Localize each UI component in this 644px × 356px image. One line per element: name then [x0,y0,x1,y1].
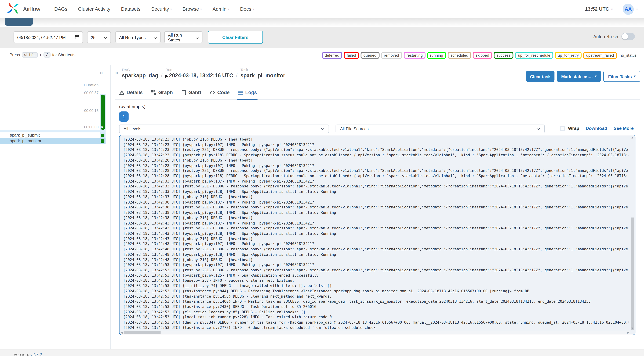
breadcrumb-task[interactable]: Task spark_pi_monitor [240,68,286,79]
avatar[interactable]: AA [623,4,634,15]
scroll-left-icon[interactable]: ◀ [121,331,123,334]
state-badges: deferredfailedqueuedremovedrestartingrun… [322,52,617,59]
file-source-select[interactable]: All File Sources [336,124,544,133]
user-menu[interactable]: AA ▾ [623,4,638,15]
legend-row: Press shift + / for Shortcuts deferredfa… [0,48,644,63]
chevron-down-icon: ▾ [611,7,613,11]
scroll-down-icon[interactable]: ▼ [631,327,634,330]
collapse-sidebar-icon[interactable]: « [100,69,103,76]
filter-tasks-button[interactable]: Filter Tasks▾ [603,71,640,82]
nav-shadow [0,18,644,26]
auto-refresh-toggle[interactable] [622,33,635,40]
page-size-select[interactable]: 25 [87,31,111,43]
expand-panel-icon[interactable]: » [115,69,118,76]
by-attempts-label: (by attempts) [119,104,146,109]
status-badge-removed: removed [381,52,402,59]
log-output-panel[interactable]: [2024-03-18, 13:42:23 UTC] {job.py:216} … [119,135,636,335]
datetime-input[interactable]: 03/18/2024, 01:52:47 PM [14,31,83,43]
horizontal-scrollbar[interactable]: ◀ ▶ [120,331,630,334]
status-badge-failed: failed [344,52,359,59]
gantt-icon [181,90,186,95]
status-badge-restarting: restarting [404,52,426,59]
duration-axis-title: Duration [58,83,98,87]
task-row-spark-pi-submit[interactable]: spark_pi_submit [0,132,106,138]
footer: Version: v2.7.2 [0,349,644,356]
see-more-link[interactable]: See More [614,126,634,131]
clear-task-button[interactable]: Clear task [526,71,554,82]
task-state-square-success[interactable] [100,133,104,137]
status-badge-success: success [494,52,514,59]
chevron-down-icon: ▾ [252,7,254,11]
run-duration-bar[interactable] [101,95,104,130]
no-status-label: no_status [620,53,637,58]
duration-tick: 00:00:18 [58,109,98,113]
log-level-select[interactable]: All Levels [119,124,329,133]
nav-item-dags[interactable]: DAGs [54,6,67,12]
code-icon [210,90,215,95]
chevron-down-icon [151,35,157,40]
wrap-label: Wrap [568,126,579,131]
clock-dropdown[interactable]: 13:52 UTC▾ [585,6,613,12]
nav-right: 13:52 UTC▾ AA ▾ [585,4,638,15]
status-badge-scheduled: scheduled [448,52,471,59]
nav-item-security[interactable]: Security▾ [151,6,172,12]
chevron-down-icon: ▾ [634,75,636,78]
breadcrumb-dag[interactable]: DAG sparkapp_dag [122,68,158,79]
nav-item-datasets[interactable]: Datasets [121,6,140,12]
list-icon [238,90,243,95]
status-badge-running: running [427,52,446,59]
wrap-checkbox[interactable] [560,126,565,131]
tab-graph[interactable]: Graph [150,88,173,99]
tab-code[interactable]: Code [209,88,230,99]
download-link[interactable]: Download [586,126,607,131]
chevron-down-icon [534,127,540,131]
auto-refresh-control: Auto-refresh [593,33,635,40]
status-badge-upstream_failed: upstream_failed [583,52,617,59]
nav-item-admin[interactable]: Admin▾ [212,6,229,12]
shift-key: shift [22,52,38,58]
task-state-square-success[interactable] [100,139,104,143]
breadcrumb-separator: / [236,72,238,79]
airflow-logo-icon [6,1,20,17]
chevron-down-icon: ▾ [228,7,229,11]
run-types-select[interactable]: All Run Types [116,31,161,43]
slash-key: / [43,52,50,58]
chevron-down-icon [318,127,324,131]
top-nav: Airflow DAGs Cluster Activity Datasets S… [0,0,644,18]
warning-triangle-icon [119,90,124,95]
run-play-icon: ▶ [166,74,168,78]
breadcrumb-run[interactable]: Run ▶2024-03-18, 13:42:16 UTC [166,68,233,79]
calendar-icon[interactable] [72,34,79,40]
version-link[interactable]: v2.7.2 [30,352,42,356]
chevron-down-icon: ▾ [595,75,596,78]
clear-filters-button[interactable]: Clear Filters [208,31,263,44]
chevron-down-icon: ▾ [200,7,202,11]
scroll-right-icon[interactable]: ▶ [627,331,629,334]
chevron-down-icon [193,35,199,40]
run-states-select[interactable]: All Run States [164,31,202,43]
vertical-scrollbar-thumb[interactable] [631,218,634,330]
scroll-up-icon[interactable]: ▲ [631,136,634,139]
tab-gantt[interactable]: Gantt [180,88,202,99]
status-badge-queued: queued [360,52,379,59]
status-badge-up_for_retry: up_for_retry [555,52,582,59]
log-text[interactable]: [2024-03-18, 13:42:23 UTC] {job.py:216} … [123,137,628,329]
tab-logs[interactable]: Logs [237,88,257,100]
horizontal-scrollbar-thumb[interactable] [124,331,161,334]
status-badge-deferred: deferred [322,52,342,59]
nav-menu: DAGs Cluster Activity Datasets Security▾… [54,6,254,12]
brand-name: Airflow [23,6,40,13]
nav-item-docs[interactable]: Docs▾ [240,6,254,12]
panel-divider[interactable] [110,65,111,349]
nav-item-cluster-activity[interactable]: Cluster Activity [78,6,110,12]
mark-state-as-button[interactable]: Mark state as…▾ [557,71,601,82]
chevron-down-icon [102,35,107,40]
airflow-brand[interactable]: Airflow [6,1,40,17]
nav-item-browse[interactable]: Browse▾ [182,6,202,12]
attempt-1-button[interactable]: 1 [119,111,128,122]
status-badge-up_for_reschedule: up_for_reschedule [515,52,553,59]
task-row-spark-pi-monitor[interactable]: spark_pi_monitor [0,138,106,144]
tab-details[interactable]: Details [119,88,143,99]
filter-bar: 03/18/2024, 01:52:47 PM 25 All Run Types… [0,27,644,48]
shortcuts-hint: Press shift + / for Shortcuts [10,52,76,58]
